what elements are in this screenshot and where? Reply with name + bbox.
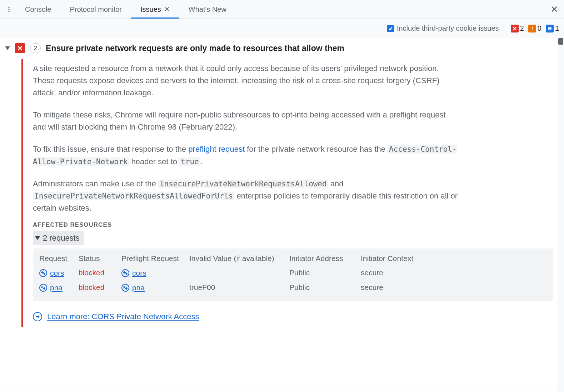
info-icon: [546, 25, 554, 32]
learn-more-row: Learn more: CORS Private Network Access: [33, 312, 553, 321]
tab-label: Protocol monitor: [70, 5, 122, 14]
issue-title: Ensure private network requests are only…: [46, 44, 344, 53]
invalid-value-cell: [189, 266, 289, 280]
code-policy-name: InsecurePrivateNetworkRequestsAllowed: [158, 180, 328, 188]
warning-icon: [528, 25, 536, 32]
preflight-link[interactable]: cors: [121, 269, 146, 277]
issue-details: A site requested a resource from a netwo…: [21, 59, 558, 327]
vertical-scrollbar[interactable]: [558, 38, 564, 392]
status-cell: blocked: [79, 266, 121, 280]
initiator-context-cell: secure: [361, 280, 548, 295]
preflight-link[interactable]: pna: [121, 283, 145, 292]
error-badge[interactable]: 2: [511, 24, 524, 32]
warning-badge[interactable]: 0: [528, 24, 541, 32]
col-status: Status: [79, 251, 121, 266]
code-header-value: true: [179, 157, 200, 166]
disclosure-triangle-icon[interactable]: [5, 46, 10, 50]
text-fragment: Administrators can make use of the: [33, 179, 158, 188]
text-fragment: header set to: [129, 157, 180, 166]
initiator-context-cell: secure: [361, 266, 548, 280]
svg-rect-4: [532, 30, 533, 30]
status-cell: blocked: [79, 280, 121, 295]
requests-summary-label: 2 requests: [43, 233, 80, 243]
col-preflight: Preflight Request: [121, 251, 189, 266]
text-fragment: To fix this issue, ensure that response …: [33, 145, 188, 154]
preflight-name: pna: [132, 283, 145, 292]
col-initiator-address: Initiator Address: [289, 251, 361, 266]
error-icon: [511, 25, 519, 32]
arrow-right-circle-icon: [33, 312, 42, 321]
include-third-party-checkbox[interactable]: Include third-party cookie issues: [387, 24, 499, 32]
svg-point-2: [8, 11, 9, 12]
disclosure-triangle-icon: [35, 236, 40, 240]
preflight-name: cors: [132, 269, 146, 277]
warning-count: 0: [538, 24, 541, 32]
request-name: cors: [50, 269, 64, 277]
learn-more-link[interactable]: Learn more: CORS Private Network Access: [47, 312, 199, 321]
requests-summary-toggle[interactable]: 2 requests: [33, 231, 84, 245]
table-row: cors blocked cors: [39, 266, 548, 280]
issue-header-row[interactable]: 2 Ensure private network requests are on…: [4, 43, 558, 53]
issue-occurrence-count: 2: [30, 43, 41, 53]
tab-console[interactable]: Console: [16, 0, 60, 19]
panel-tabbar: Console Protocol monitor Issues ✕ What's…: [0, 0, 564, 19]
issue-paragraph: To fix this issue, ensure that response …: [33, 143, 458, 167]
request-name: pna: [50, 283, 63, 292]
kebab-menu-icon[interactable]: [2, 0, 16, 19]
affected-resources-heading: AFFECTED RESOURCES: [33, 221, 553, 228]
col-invalid-value: Invalid Value (if available): [189, 251, 289, 266]
table-header-row: Request Status Preflight Request Invalid…: [39, 251, 548, 266]
close-panel-icon[interactable]: ✕: [545, 0, 564, 19]
tab-label: Console: [25, 5, 51, 14]
tab-label: What's New: [189, 5, 226, 14]
svg-point-1: [8, 9, 9, 10]
separator: [505, 24, 505, 33]
col-request: Request: [39, 251, 79, 266]
request-icon: [121, 284, 129, 292]
svg-rect-3: [532, 27, 533, 29]
tabs-container: Console Protocol monitor Issues ✕ What's…: [16, 0, 236, 19]
issue-paragraph: To mitigate these risks, Chrome will req…: [33, 109, 458, 133]
tab-whats-new[interactable]: What's New: [179, 0, 236, 19]
request-icon: [39, 269, 47, 277]
text-fragment: and: [328, 179, 344, 188]
info-count: 1: [555, 24, 559, 32]
text-fragment: for the private network resource has the: [245, 145, 388, 154]
table-row: pna blocked pna trueF00: [39, 280, 548, 295]
affected-requests-table: Request Status Preflight Request Invalid…: [33, 248, 553, 301]
issues-panel: 2 Ensure private network requests are on…: [0, 38, 564, 338]
col-initiator-context: Initiator Context: [361, 251, 548, 266]
request-link[interactable]: cors: [39, 269, 64, 277]
error-count: 2: [520, 24, 524, 32]
svg-rect-6: [548, 29, 551, 30]
svg-point-0: [8, 7, 9, 8]
tab-protocol-monitor[interactable]: Protocol monitor: [60, 0, 131, 19]
request-link[interactable]: pna: [39, 283, 63, 292]
issue-paragraph: A site requested a resource from a netwo…: [33, 62, 458, 99]
checkbox-checked-icon: [387, 25, 394, 32]
issue-paragraph: Administrators can make use of the Insec…: [33, 178, 458, 214]
svg-rect-7: [548, 27, 551, 27]
initiator-address-cell: Public: [289, 266, 361, 280]
initiator-address-cell: Public: [289, 280, 361, 295]
issues-toolbar: Include third-party cookie issues 2 0 1: [0, 19, 564, 38]
tab-issues[interactable]: Issues ✕: [131, 0, 179, 19]
close-icon[interactable]: ✕: [164, 5, 170, 14]
preflight-request-link[interactable]: preflight request: [188, 145, 245, 154]
request-icon: [39, 284, 47, 292]
info-badge[interactable]: 1: [546, 24, 559, 32]
svg-rect-5: [548, 28, 551, 29]
tab-label: Issues: [140, 5, 161, 14]
issue-count-badges: 2 0 1: [511, 24, 559, 32]
checkbox-label: Include third-party cookie issues: [397, 24, 499, 32]
text-fragment: .: [200, 157, 203, 166]
scrollbar-thumb[interactable]: [558, 38, 563, 45]
request-icon: [121, 269, 129, 277]
code-policy-name: InsecurePrivateNetworkRequestsAllowedFor…: [33, 192, 234, 200]
invalid-value-cell: trueF00: [189, 280, 289, 295]
page-error-icon: [15, 43, 25, 53]
